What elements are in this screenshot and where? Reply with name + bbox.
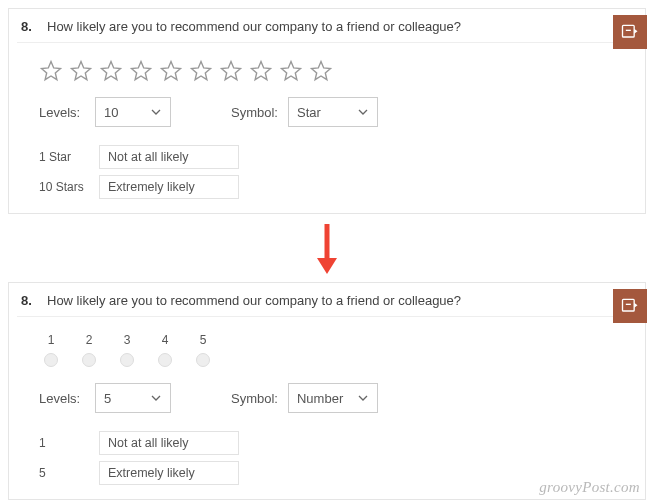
star-icon[interactable]	[249, 59, 273, 83]
question-number: 8.	[21, 19, 43, 34]
legend-high-key: 5	[39, 466, 91, 480]
symbol-value: Number	[297, 391, 343, 406]
levels-label: Levels:	[39, 105, 85, 120]
star-icon[interactable]	[219, 59, 243, 83]
chevron-down-icon	[150, 392, 162, 404]
levels-value: 10	[104, 105, 118, 120]
legend-high-input[interactable]: Extremely likely	[99, 175, 239, 199]
number-label: 4	[162, 333, 169, 347]
rating-question-card-number: 8. How likely are you to recommend our c…	[8, 282, 646, 500]
number-label: 2	[86, 333, 93, 347]
rating-question-card-star: 8. How likely are you to recommend our c…	[8, 8, 646, 214]
number-option[interactable]: 3	[115, 333, 139, 367]
legend-low-input[interactable]: Not at all likely	[99, 145, 239, 169]
question-header: 8. How likely are you to recommend our c…	[17, 11, 637, 43]
rating-controls: Levels: 10 Symbol: Star	[17, 97, 637, 145]
question-text-input[interactable]: How likely are you to recommend our comp…	[43, 17, 633, 36]
question-number: 8.	[21, 293, 43, 308]
number-option[interactable]: 4	[153, 333, 177, 367]
radio-icon	[196, 353, 210, 367]
radio-icon	[120, 353, 134, 367]
rating-legend: 1 Not at all likely 5 Extremely likely	[17, 431, 637, 485]
number-option[interactable]: 2	[77, 333, 101, 367]
branching-icon	[620, 296, 640, 316]
star-icon[interactable]	[189, 59, 213, 83]
legend-low-key: 1 Star	[39, 150, 91, 164]
symbol-label: Symbol:	[231, 105, 278, 120]
question-header: 8. How likely are you to recommend our c…	[17, 285, 637, 317]
chevron-down-icon	[357, 106, 369, 118]
star-icon[interactable]	[129, 59, 153, 83]
branching-button[interactable]	[613, 289, 647, 323]
legend-low-key: 1	[39, 436, 91, 450]
legend-low-input[interactable]: Not at all likely	[99, 431, 239, 455]
number-label: 5	[200, 333, 207, 347]
question-text-input[interactable]: How likely are you to recommend our comp…	[43, 291, 633, 310]
symbol-dropdown[interactable]: Star	[288, 97, 378, 127]
number-rating-preview: 12345	[17, 329, 637, 383]
star-icon[interactable]	[279, 59, 303, 83]
star-icon[interactable]	[69, 59, 93, 83]
radio-icon	[44, 353, 58, 367]
symbol-dropdown[interactable]: Number	[288, 383, 378, 413]
svg-rect-2	[623, 299, 635, 311]
branching-button[interactable]	[613, 15, 647, 49]
star-icon[interactable]	[159, 59, 183, 83]
legend-high-key: 10 Stars	[39, 180, 91, 194]
symbol-label: Symbol:	[231, 391, 278, 406]
levels-label: Levels:	[39, 391, 85, 406]
number-option[interactable]: 5	[191, 333, 215, 367]
branching-icon	[620, 22, 640, 42]
number-option[interactable]: 1	[39, 333, 63, 367]
symbol-value: Star	[297, 105, 321, 120]
legend-low-row: 1 Star Not at all likely	[39, 145, 615, 169]
svg-rect-0	[623, 25, 635, 37]
star-icon[interactable]	[99, 59, 123, 83]
number-label: 1	[48, 333, 55, 347]
chevron-down-icon	[150, 106, 162, 118]
levels-dropdown[interactable]: 10	[95, 97, 171, 127]
legend-high-input[interactable]: Extremely likely	[99, 461, 239, 485]
rating-controls: Levels: 5 Symbol: Number	[17, 383, 637, 431]
star-rating-preview	[17, 55, 637, 97]
star-icon[interactable]	[309, 59, 333, 83]
star-icon[interactable]	[39, 59, 63, 83]
arrow-down-icon	[313, 222, 341, 276]
legend-low-row: 1 Not at all likely	[39, 431, 615, 455]
rating-legend: 1 Star Not at all likely 10 Stars Extrem…	[17, 145, 637, 199]
chevron-down-icon	[357, 392, 369, 404]
legend-high-row: 5 Extremely likely	[39, 461, 615, 485]
radio-icon	[82, 353, 96, 367]
levels-value: 5	[104, 391, 111, 406]
legend-high-row: 10 Stars Extremely likely	[39, 175, 615, 199]
levels-dropdown[interactable]: 5	[95, 383, 171, 413]
transition-arrow	[8, 214, 646, 282]
radio-icon	[158, 353, 172, 367]
number-label: 3	[124, 333, 131, 347]
